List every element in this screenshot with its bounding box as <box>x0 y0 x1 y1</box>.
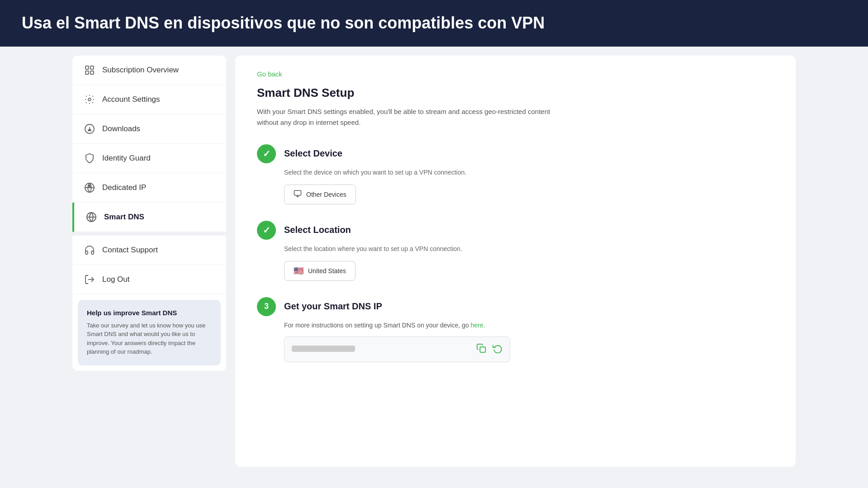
dns-ip-section: For more instructions on setting up Smar… <box>284 321 774 362</box>
step-header-location: ✓ Select Location <box>257 221 774 240</box>
other-devices-label: Other Devices <box>306 191 346 198</box>
step-description-location: Select the location where you want to se… <box>284 244 774 254</box>
main-container: Subscription Overview Account Settings D… <box>0 47 868 476</box>
dns-here-link[interactable]: here. <box>470 322 485 329</box>
svg-rect-11 <box>480 347 485 352</box>
sidebar-item-label: Downloads <box>102 124 140 133</box>
sidebar-item-downloads[interactable]: Downloads <box>72 114 226 144</box>
copy-ip-button[interactable] <box>476 343 486 355</box>
survey-title: Help us improve Smart DNS <box>87 309 212 317</box>
refresh-ip-button[interactable] <box>493 343 503 355</box>
step-description-device: Select the device on which you want to s… <box>284 168 774 177</box>
step-header-dns: 3 Get your Smart DNS IP <box>257 297 774 316</box>
step-get-dns-ip: 3 Get your Smart DNS IP For more instruc… <box>257 297 774 362</box>
step-title-location: Select Location <box>284 225 351 235</box>
survey-description: Take our survey and let us know how you … <box>87 321 212 356</box>
sidebar-item-account-settings[interactable]: Account Settings <box>72 85 226 114</box>
gear-icon <box>83 93 96 106</box>
sidebar-item-label: Dedicated IP <box>102 183 146 192</box>
step-circle-3: 3 <box>257 297 276 316</box>
sidebar-item-label: Identity Guard <box>102 154 151 163</box>
sidebar-item-label: Contact Support <box>102 246 158 255</box>
copy-icon <box>476 343 486 355</box>
step-circle-2: ✓ <box>257 221 276 240</box>
sidebar-item-contact-support[interactable]: Contact Support <box>72 236 226 265</box>
step-number-3: 3 <box>264 302 269 311</box>
monitor-icon <box>294 190 302 199</box>
globe-icon <box>85 211 98 223</box>
svg-rect-2 <box>85 71 89 74</box>
sidebar-item-label: Log Out <box>102 275 130 284</box>
ip-value <box>292 346 476 353</box>
page-title: Smart DNS Setup <box>257 86 774 100</box>
sidebar-item-subscription-overview[interactable]: Subscription Overview <box>72 56 226 85</box>
sidebar-item-log-out[interactable]: Log Out <box>72 265 226 294</box>
step-title-device: Select Device <box>284 148 342 159</box>
go-back-link[interactable]: Go back <box>257 70 282 78</box>
download-icon <box>83 123 96 135</box>
svg-point-7 <box>89 185 90 187</box>
step-select-location: ✓ Select Location Select the location wh… <box>257 221 774 281</box>
sidebar-item-dedicated-ip[interactable]: Dedicated IP <box>72 173 226 203</box>
svg-rect-0 <box>85 66 89 69</box>
dns-description-prefix: For more instructions on setting up Smar… <box>284 322 470 329</box>
shield-icon <box>83 152 96 165</box>
sidebar-divider <box>72 232 226 236</box>
svg-rect-3 <box>90 71 94 74</box>
sidebar-item-identity-guard[interactable]: Identity Guard <box>72 144 226 173</box>
banner-title: Usa el Smart DNS en dispositivos que no … <box>22 13 846 34</box>
survey-box: Help us improve Smart DNS Take our surve… <box>78 300 221 365</box>
sidebar-item-label: Account Settings <box>102 95 160 104</box>
svg-rect-10 <box>294 190 301 195</box>
svg-rect-1 <box>90 66 94 69</box>
other-devices-button[interactable]: Other Devices <box>284 185 356 204</box>
refresh-icon <box>493 343 503 355</box>
sidebar-item-label: Smart DNS <box>104 213 144 222</box>
sidebar-item-label: Subscription Overview <box>102 66 179 75</box>
headset-icon <box>83 244 96 256</box>
grid-icon <box>83 64 96 76</box>
page-description: With your Smart DNS settings enabled, yo… <box>257 106 564 128</box>
checkmark-icon: ✓ <box>263 148 270 159</box>
blurred-ip <box>292 346 355 352</box>
globe-pin-icon <box>83 181 96 194</box>
logout-icon <box>83 273 96 286</box>
location-label: United States <box>308 267 346 275</box>
united-states-button[interactable]: 🇺🇸 United States <box>284 261 356 281</box>
sidebar-item-smart-dns[interactable]: Smart DNS <box>72 203 226 232</box>
svg-point-4 <box>88 98 91 101</box>
ip-actions <box>476 343 503 355</box>
step-title-dns: Get your Smart DNS IP <box>284 301 382 312</box>
top-banner: Usa el Smart DNS en dispositivos que no … <box>0 0 868 47</box>
main-content: Go back Smart DNS Setup With your Smart … <box>235 56 796 467</box>
step-circle-1: ✓ <box>257 144 276 163</box>
checkmark-icon-2: ✓ <box>263 225 270 236</box>
step-header-device: ✓ Select Device <box>257 144 774 163</box>
sidebar: Subscription Overview Account Settings D… <box>72 56 226 371</box>
step-select-device: ✓ Select Device Select the device on whi… <box>257 144 774 204</box>
dns-description: For more instructions on setting up Smar… <box>284 321 774 330</box>
ip-box <box>284 336 510 362</box>
us-flag-icon: 🇺🇸 <box>294 266 304 276</box>
